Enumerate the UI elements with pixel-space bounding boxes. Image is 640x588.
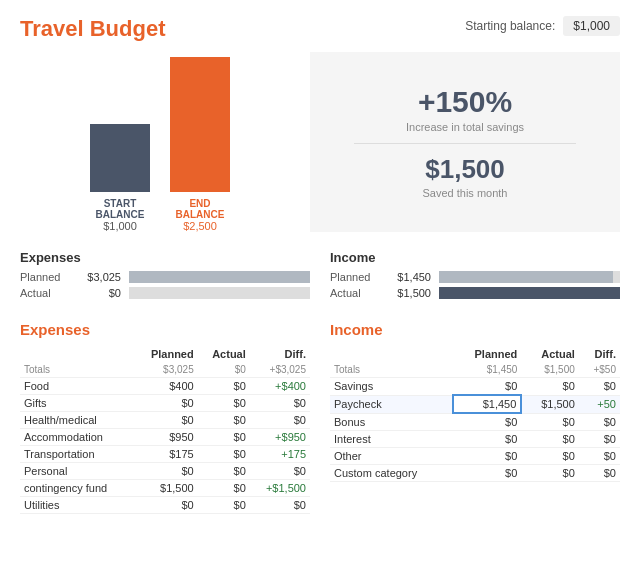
expenses-planned-label: Planned [20,271,65,283]
expenses-cell-7-3: $0 [250,497,310,514]
income-planned-label: Planned [330,271,375,283]
income-planned-row: Planned $1,450 [330,271,620,283]
expenses-row: Food$400$0+$400 [20,378,310,395]
income-totals-row: Totals$1,450$1,500+$50 [330,362,620,378]
expenses-row: Transportation$175$0+175 [20,446,310,463]
expenses-cell-1-1: $0 [134,395,198,412]
income-col-name [330,346,453,362]
expenses-totals-row: Totals$3,025$0+$3,025 [20,362,310,378]
expenses-table: Planned Actual Diff. Totals$3,025$0+$3,0… [20,346,310,514]
income-cell-3-2: $0 [521,431,578,448]
expenses-col-actual: Actual [198,346,250,362]
expenses-row: Health/medical$0$0$0 [20,412,310,429]
income-col-diff: Diff. [579,346,620,362]
expenses-cell-6-3: +$1,500 [250,480,310,497]
income-planned-value: $1,450 [383,271,431,283]
expenses-cell-3-3: +$950 [250,429,310,446]
expenses-cell-6-0: contingency fund [20,480,134,497]
end-balance-value: $2,500 [170,220,230,232]
income-row: Interest$0$0$0 [330,431,620,448]
income-row: Paycheck$1,450$1,500+50 [330,395,620,413]
expenses-col-diff: Diff. [250,346,310,362]
income-cell-0-0: Savings [330,378,453,396]
income-cell-1-2: $1,500 [521,395,578,413]
expenses-row: contingency fund$1,500$0+$1,500 [20,480,310,497]
start-balance-bar-item [90,124,150,192]
expenses-table-header: Planned Actual Diff. [20,346,310,362]
income-row: Other$0$0$0 [330,448,620,465]
page-title: Travel Budget [20,16,165,42]
expenses-row: Accommodation$950$0+$950 [20,429,310,446]
income-cell-4-1: $0 [453,448,521,465]
expenses-cell-5-2: $0 [198,463,250,480]
income-table-block: Income Planned Actual Diff. Totals$1,450… [330,321,620,514]
expenses-actual-value: $0 [73,287,121,299]
expenses-actual-bar [129,287,310,299]
income-actual-row: Actual $1,500 [330,287,620,299]
income-cell-2-3: $0 [579,413,620,431]
income-table: Planned Actual Diff. Totals$1,450$1,500+… [330,346,620,482]
income-cell-2-0: Bonus [330,413,453,431]
expenses-row: Gifts$0$0$0 [20,395,310,412]
expenses-cell-1-3: $0 [250,395,310,412]
expenses-cell-2-3: $0 [250,412,310,429]
expenses-actual-label: Actual [20,287,65,299]
expenses-cell-2-2: $0 [198,412,250,429]
expenses-cell-7-2: $0 [198,497,250,514]
income-planned-bar [439,271,620,283]
expenses-table-title: Expenses [20,321,310,338]
expenses-cell-3-1: $950 [134,429,198,446]
expenses-cell-0-3: +$400 [250,378,310,395]
end-balance-name: END BALANCE [170,198,230,220]
expenses-row: Personal$0$0$0 [20,463,310,480]
expenses-cell-5-1: $0 [134,463,198,480]
expenses-summary: Expenses Planned $3,025 Actual $0 [20,250,310,303]
expenses-cell-4-3: +175 [250,446,310,463]
expenses-cell-4-2: $0 [198,446,250,463]
income-row: Savings$0$0$0 [330,378,620,396]
tables-section: Expenses Planned Actual Diff. Totals$3,0… [20,321,620,514]
expenses-col-name [20,346,134,362]
end-balance-label: END BALANCE $2,500 [170,198,230,232]
income-summary: Income Planned $1,450 Actual $1,500 [330,250,620,303]
expenses-cell-2-0: Health/medical [20,412,134,429]
expenses-planned-value: $3,025 [73,271,121,283]
income-cell-2-1: $0 [453,413,521,431]
income-col-actual: Actual [521,346,578,362]
end-balance-bar-item [170,57,230,192]
income-actual-bar [439,287,620,299]
expenses-totals-cell-0: Totals [20,362,134,378]
stat-divider [354,143,576,144]
income-actual-bar-fill [439,287,620,299]
income-table-header: Planned Actual Diff. [330,346,620,362]
end-balance-bar [170,57,230,192]
income-cell-5-0: Custom category [330,465,453,482]
income-cell-2-2: $0 [521,413,578,431]
expenses-cell-7-0: Utilities [20,497,134,514]
income-cell-5-3: $0 [579,465,620,482]
start-balance-value: $1,000 [90,220,150,232]
income-cell-1-3: +50 [579,395,620,413]
income-cell-3-3: $0 [579,431,620,448]
expenses-table-block: Expenses Planned Actual Diff. Totals$3,0… [20,321,310,514]
income-totals-cell-3: +$50 [579,362,620,378]
income-cell-1-1[interactable]: $1,450 [453,395,521,413]
start-balance-label: START BALANCE $1,000 [90,198,150,232]
income-totals-cell-2: $1,500 [521,362,578,378]
income-actual-value: $1,500 [383,287,431,299]
income-cell-3-0: Interest [330,431,453,448]
expenses-planned-row: Planned $3,025 [20,271,310,283]
expenses-totals-cell-3: +$3,025 [250,362,310,378]
income-cell-1-0: Paycheck [330,395,453,413]
starting-balance: Starting balance: $1,000 [465,16,620,36]
bar-chart-area: START BALANCE $1,000 END BALANCE $2,500 [20,52,300,232]
expenses-planned-bar [129,271,310,283]
expenses-cell-1-2: $0 [198,395,250,412]
stat-percent-label: Increase in total savings [406,121,524,133]
expenses-actual-row: Actual $0 [20,287,310,299]
expenses-row: Utilities$0$0$0 [20,497,310,514]
income-row: Custom category$0$0$0 [330,465,620,482]
start-balance-name: START BALANCE [90,198,150,220]
starting-balance-label: Starting balance: [465,19,555,33]
income-table-title: Income [330,321,620,338]
